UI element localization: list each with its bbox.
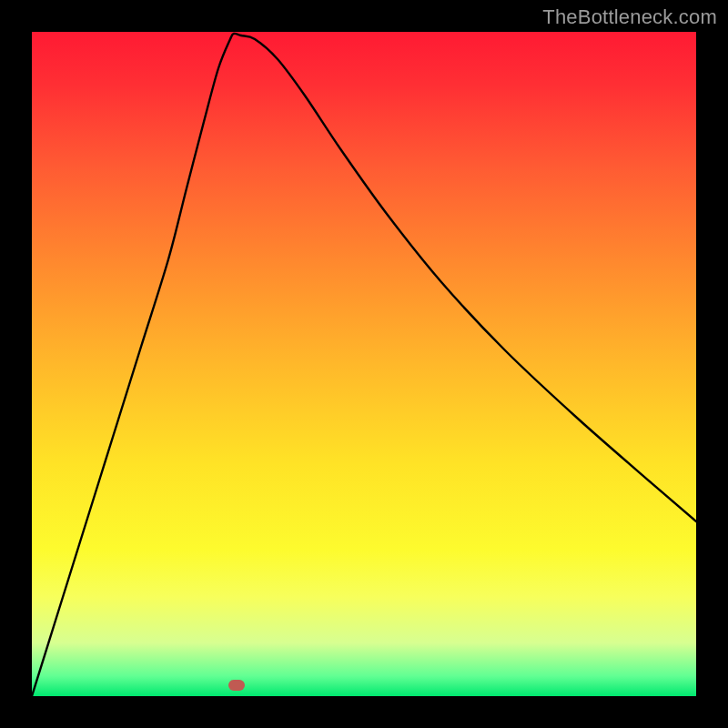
bottleneck-curve — [32, 32, 696, 696]
optimal-point-marker — [228, 680, 245, 691]
outer-frame: TheBottleneck.com — [0, 0, 728, 728]
plot-area — [32, 32, 696, 696]
watermark-text: TheBottleneck.com — [542, 5, 717, 29]
